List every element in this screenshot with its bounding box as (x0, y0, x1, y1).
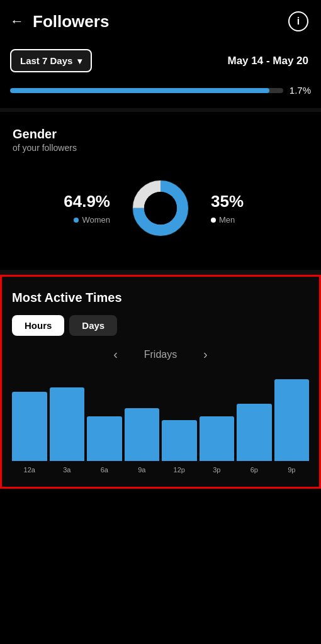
men-dot (211, 218, 216, 223)
women-label-row: Women (74, 215, 110, 225)
bar-group (200, 416, 235, 462)
back-button[interactable]: ← (10, 13, 24, 30)
bar-group (162, 420, 197, 461)
date-range: May 14 - May 20 (227, 55, 308, 67)
bar-chart-wrapper: 12a3a6a9a12p3p6p9p (12, 373, 309, 474)
dropdown-label: Last 7 Days (20, 55, 72, 66)
header: ← Followers i (0, 0, 321, 43)
page-title: Followers (33, 12, 109, 31)
bar-label: 9a (125, 466, 160, 474)
men-stat: 35% Men (198, 192, 268, 225)
hours-toggle[interactable]: Hours (12, 315, 64, 336)
header-left: ← Followers (10, 12, 109, 31)
most-active-times-section: Most Active Times Hours Days ‹ Fridays ›… (0, 275, 321, 489)
gender-title: Gender (13, 127, 308, 142)
progress-bar-fill (10, 88, 269, 93)
bar-label: 3p (200, 466, 235, 474)
bar (274, 379, 310, 461)
donut-chart (123, 170, 198, 246)
toggle-row: Hours Days (12, 315, 309, 336)
gender-subtitle: of your followers (13, 143, 308, 153)
bar-label: 6a (87, 466, 122, 474)
women-label: Women (82, 215, 110, 225)
bar (125, 408, 160, 462)
progress-bar-container (10, 88, 283, 93)
gender-section: Gender of your followers 64.9% Women 35% (0, 112, 321, 258)
bar-group (274, 379, 310, 461)
men-label-row: Men (211, 215, 235, 225)
women-stat: 64.9% Women (54, 192, 123, 225)
svg-point-3 (144, 192, 177, 225)
chevron-down-icon: ▾ (77, 56, 82, 66)
women-dot (74, 218, 79, 223)
bar-label: 12a (12, 466, 47, 474)
bar (50, 387, 85, 461)
bar (12, 392, 47, 462)
bar-group (125, 408, 160, 462)
bar-group (50, 387, 85, 461)
day-nav: ‹ Fridays › (12, 347, 309, 362)
bar (200, 416, 235, 462)
progress-label: 1.7% (290, 85, 311, 96)
bar-label: 12p (162, 466, 197, 474)
bar (162, 420, 197, 461)
bar-label: 6p (237, 466, 272, 474)
progress-section: 1.7% (0, 81, 321, 102)
date-dropdown[interactable]: Last 7 Days ▾ (10, 49, 92, 72)
gender-chart-row: 64.9% Women 35% Men (13, 170, 308, 246)
prev-day-button[interactable]: ‹ (108, 347, 123, 362)
bar (87, 416, 122, 462)
bar-group (12, 392, 47, 462)
section-divider-2 (0, 270, 321, 275)
current-day-label: Fridays (135, 349, 186, 360)
bar-label: 3a (50, 466, 85, 474)
men-percent: 35% (211, 192, 244, 211)
men-label: Men (219, 215, 235, 225)
bar-labels: 12a3a6a9a12p3p6p9p (12, 466, 309, 474)
women-percent: 64.9% (64, 192, 110, 211)
bar (237, 404, 272, 461)
active-times-title: Most Active Times (12, 291, 309, 305)
days-toggle[interactable]: Days (69, 315, 117, 336)
date-row: Last 7 Days ▾ May 14 - May 20 (0, 43, 321, 81)
bar-label: 9p (274, 466, 310, 474)
info-button[interactable]: i (288, 11, 308, 31)
next-day-button[interactable]: › (198, 347, 213, 362)
bar-group (87, 416, 122, 462)
bar-group (237, 404, 272, 461)
bar-chart (12, 373, 309, 461)
